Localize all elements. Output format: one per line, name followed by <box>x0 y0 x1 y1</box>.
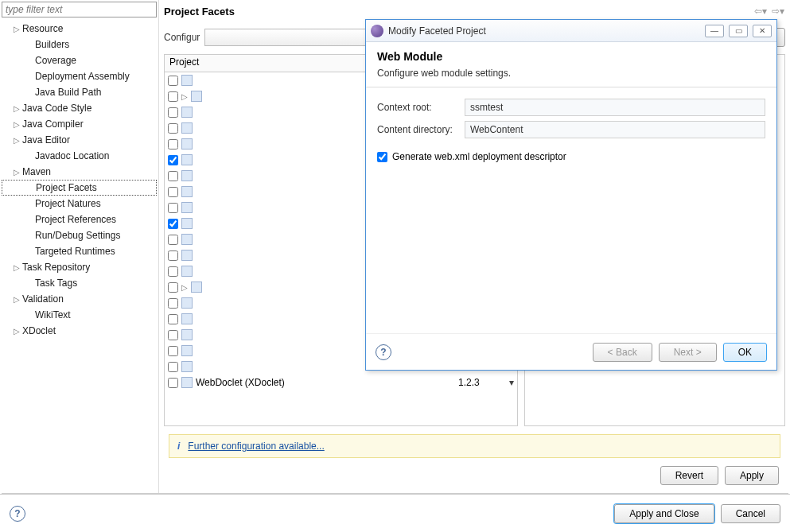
sidebar-item-wikitext[interactable]: WikiText <box>2 307 157 323</box>
revert-button[interactable]: Revert <box>660 466 718 485</box>
sidebar-item-label: Java Build Path <box>35 87 101 98</box>
facet-row[interactable]: WebDoclet (XDoclet)1.2.3▾ <box>165 375 517 390</box>
facet-icon <box>181 218 193 229</box>
sidebar-item-java-compiler[interactable]: ▷Java Compiler <box>2 116 157 132</box>
dialog-subtitle: Configure web module settings. <box>377 68 765 79</box>
caret-icon: ▷ <box>13 104 21 113</box>
back-button: < Back <box>593 343 652 362</box>
sidebar-item-javadoc-location[interactable]: Javadoc Location <box>2 148 157 164</box>
filter-input[interactable] <box>2 2 157 17</box>
chevron-down-icon[interactable]: ▾ <box>509 377 514 388</box>
facet-checkbox[interactable] <box>168 203 178 213</box>
sidebar-item-maven[interactable]: ▷Maven <box>2 164 157 180</box>
sidebar-item-validation[interactable]: ▷Validation <box>2 291 157 307</box>
sidebar-item-label: XDoclet <box>22 325 56 336</box>
facet-checkbox[interactable] <box>168 362 178 372</box>
facet-checkbox[interactable] <box>168 155 178 165</box>
facet-checkbox[interactable] <box>168 91 178 102</box>
facet-checkbox[interactable] <box>168 107 178 118</box>
sidebar-item-label: Task Tags <box>35 278 77 289</box>
sidebar-item-label: Validation <box>22 293 64 305</box>
facet-icon <box>181 297 193 309</box>
sidebar-item-xdoclet[interactable]: ▷XDoclet <box>2 323 157 339</box>
facet-checkbox[interactable] <box>168 123 178 134</box>
facet-icon <box>181 170 193 181</box>
facet-icon <box>181 122 193 134</box>
cancel-button[interactable]: Cancel <box>721 504 780 523</box>
facet-checkbox[interactable] <box>168 266 178 277</box>
generate-webxml-checkbox[interactable] <box>377 152 387 162</box>
sidebar-item-builders[interactable]: Builders <box>2 37 157 52</box>
facet-icon <box>181 329 193 340</box>
sidebar-item-deployment-assembly[interactable]: Deployment Assembly <box>2 68 157 84</box>
properties-tree: ▷ResourceBuildersCoverageDeployment Asse… <box>2 21 157 339</box>
facet-checkbox[interactable] <box>168 298 178 309</box>
sidebar-item-resource[interactable]: ▷Resource <box>2 21 157 37</box>
sidebar-item-label: Task Repository <box>22 262 90 273</box>
sidebar-item-label: Targeted Runtimes <box>35 246 115 257</box>
sidebar-item-targeted-runtimes[interactable]: Targeted Runtimes <box>2 243 157 259</box>
sidebar-item-java-build-path[interactable]: Java Build Path <box>2 84 157 100</box>
maximize-button[interactable]: ▭ <box>729 25 748 37</box>
minimize-button[interactable]: — <box>705 25 724 37</box>
sidebar-item-project-references[interactable]: Project References <box>2 212 157 227</box>
help-icon[interactable]: ? <box>10 506 25 522</box>
close-button[interactable]: ✕ <box>753 25 772 37</box>
further-config-link[interactable]: Further configuration available... <box>188 441 324 452</box>
generate-webxml-label[interactable]: Generate web.xml deployment descriptor <box>392 151 566 162</box>
ok-button[interactable]: OK <box>723 343 767 362</box>
nav-fwd-icon[interactable]: ⇨▾ <box>771 4 785 18</box>
sidebar-item-project-natures[interactable]: Project Natures <box>2 196 157 212</box>
facet-checkbox[interactable] <box>168 76 178 86</box>
nav-back-icon[interactable]: ⇦▾ <box>753 4 768 18</box>
sidebar-item-run-debug-settings[interactable]: Run/Debug Settings <box>2 227 157 243</box>
facet-icon <box>191 282 202 293</box>
sidebar-item-label: Project References <box>35 214 116 225</box>
facet-checkbox[interactable] <box>168 250 178 261</box>
dialog-titlebar: Modify Faceted Project — ▭ ✕ <box>366 20 776 42</box>
sidebar-item-java-code-style[interactable]: ▷Java Code Style <box>2 100 157 116</box>
facet-checkbox[interactable] <box>168 219 178 229</box>
caret-icon: ▷ <box>13 295 21 304</box>
facet-checkbox[interactable] <box>168 330 178 340</box>
sidebar-item-label: Java Code Style <box>22 103 91 114</box>
facet-checkbox[interactable] <box>168 171 178 181</box>
info-bar: i Further configuration available... <box>169 434 780 458</box>
caret-icon: ▷ <box>181 92 188 101</box>
sidebar-item-coverage[interactable]: Coverage <box>2 52 157 68</box>
sidebar-item-label: Java Compiler <box>22 118 84 130</box>
content-dir-input[interactable] <box>465 121 765 138</box>
sidebar-item-label: Deployment Assembly <box>35 71 130 82</box>
eclipse-icon <box>371 25 383 37</box>
facet-checkbox[interactable] <box>168 187 178 197</box>
facet-icon <box>181 107 193 118</box>
sidebar-item-label: Resource <box>22 23 63 34</box>
facet-label: WebDoclet (XDoclet) <box>196 377 285 388</box>
caret-icon: ▷ <box>13 120 21 129</box>
caret-icon: ▷ <box>13 168 21 177</box>
caret-icon: ▷ <box>181 283 188 292</box>
facet-checkbox[interactable] <box>168 139 178 150</box>
facet-icon <box>181 234 193 245</box>
sidebar-item-project-facets[interactable]: Project Facets <box>2 180 157 196</box>
apply-button[interactable]: Apply <box>725 466 779 485</box>
caret-icon: ▷ <box>13 327 21 336</box>
sidebar-item-java-editor[interactable]: ▷Java Editor <box>2 132 157 148</box>
facet-checkbox[interactable] <box>168 378 178 388</box>
caret-icon: ▷ <box>13 263 21 272</box>
caret-icon: ▷ <box>13 25 21 33</box>
facet-icon <box>181 154 193 165</box>
context-root-input[interactable] <box>465 99 765 116</box>
facet-icon <box>181 313 193 324</box>
facet-checkbox[interactable] <box>168 235 178 245</box>
caret-icon: ▷ <box>13 136 21 145</box>
facet-checkbox[interactable] <box>168 314 178 324</box>
sidebar-item-task-tags[interactable]: Task Tags <box>2 275 157 291</box>
sidebar-item-task-repository[interactable]: ▷Task Repository <box>2 259 157 275</box>
context-root-label: Context root: <box>377 102 465 113</box>
help-icon[interactable]: ? <box>376 344 391 360</box>
apply-and-close-button[interactable]: Apply and Close <box>614 504 714 523</box>
sidebar-item-label: Project Natures <box>35 198 101 209</box>
facet-checkbox[interactable] <box>168 282 178 293</box>
facet-checkbox[interactable] <box>168 346 178 356</box>
